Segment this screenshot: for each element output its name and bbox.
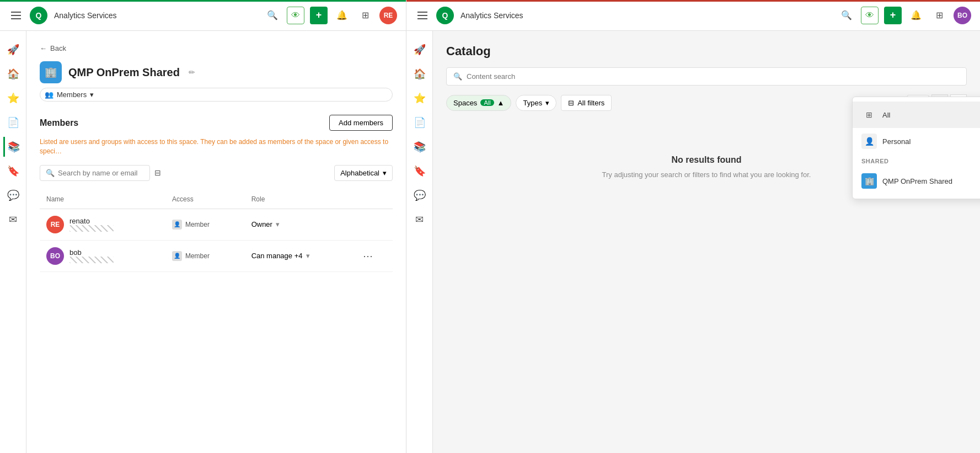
access-icon-bob: 👤 — [172, 251, 182, 261]
member-search-input[interactable] — [58, 169, 144, 177]
content-search-box[interactable]: 🔍 — [446, 67, 967, 86]
right-bell-button[interactable]: 🔔 — [907, 7, 925, 24]
all-filters-label: All filters — [577, 99, 604, 107]
member-more-button-bob[interactable]: ⋯ — [363, 250, 373, 262]
right-topbar-actions: 🔍 👁 + 🔔 ⊞ BO — [838, 7, 971, 24]
dropdown-item-all[interactable]: ⊞ All — [853, 102, 980, 128]
sidebar-icon-spaces[interactable]: 📚 — [3, 137, 23, 157]
member-filter-icon[interactable]: ⊟ — [154, 168, 161, 177]
dropdown-item-personal[interactable]: 👤 Personal — [853, 128, 980, 154]
space-edit-icon[interactable]: ✏ — [189, 68, 195, 77]
right-search-button[interactable]: 🔍 — [838, 7, 855, 24]
right-panel: Q Analytics Services 🔍 👁 + 🔔 ⊞ BO 🚀 🏠 ⭐ … — [406, 0, 980, 453]
col-role: Role — [245, 190, 357, 209]
content-search-icon: 🔍 — [453, 72, 462, 81]
left-sidebar: 🚀 🏠 ⭐ 📄 📚 🔖 💬 ✉ — [0, 31, 26, 453]
back-label: Back — [50, 44, 66, 52]
spaces-filter-button[interactable]: Spaces All ▲ — [446, 95, 511, 111]
catalog-title: Catalog — [446, 44, 967, 58]
members-tab-chevron: ▾ — [90, 90, 94, 99]
members-tab-label: Members — [57, 90, 87, 99]
qlik-logo-circle: Q — [30, 7, 47, 24]
sort-chevron-icon: ▾ — [383, 169, 387, 177]
sidebar-icon-star[interactable]: ⭐ — [3, 88, 23, 108]
left-eye-button[interactable]: 👁 — [287, 7, 304, 24]
role-dropdown-bob[interactable]: Can manage +4 ▾ — [251, 252, 350, 260]
dropdown-personal-label: Personal — [882, 137, 911, 146]
right-app-title: Analytics Services — [460, 11, 523, 20]
spaces-dropdown: ⊞ All 👤 Personal Shared 🏢 QMP OnPrem Sha… — [852, 97, 980, 199]
right-sidebar-catalog-icon[interactable]: 📄 — [410, 113, 430, 132]
right-hamburger-menu[interactable] — [415, 9, 430, 22]
role-chevron-renato: ▾ — [276, 220, 280, 228]
types-filter-label: Types — [523, 99, 542, 107]
dropdown-personal-icon: 👤 — [861, 134, 877, 149]
right-sidebar-star-icon[interactable]: ⭐ — [410, 88, 430, 108]
sidebar-icon-mail[interactable]: ✉ — [3, 210, 23, 230]
members-table: Name Access Role RE renato — [40, 190, 393, 272]
dropdown-all-label: All — [882, 111, 890, 119]
qlik-logo-right[interactable]: Q — [436, 7, 454, 24]
types-filter-button[interactable]: Types ▾ — [516, 95, 556, 111]
left-bell-button[interactable]: 🔔 — [333, 7, 351, 24]
sidebar-icon-home[interactable]: 🚀 — [3, 40, 23, 60]
role-dropdown-renato[interactable]: Owner ▾ — [251, 220, 350, 228]
member-actions-renato — [356, 209, 393, 240]
right-main-content: Catalog 🔍 Spaces All ▲ Types ▾ — [433, 31, 980, 453]
dropdown-item-qmp[interactable]: 🏢 QMP OnPrem Shared — [853, 168, 980, 194]
add-members-button[interactable]: Add members — [329, 115, 393, 131]
spaces-chevron-icon: ▲ — [497, 99, 505, 107]
sidebar-icon-catalog[interactable]: 📄 — [3, 113, 23, 132]
sidebar-icon-bookmarks[interactable]: 🔖 — [3, 161, 23, 181]
col-access: Access — [165, 190, 245, 209]
member-name-renato: renato — [69, 217, 114, 225]
space-title: QMP OnPrem Shared — [68, 66, 180, 79]
access-label-renato: Member — [185, 221, 210, 228]
left-app-title: Analytics Services — [54, 11, 117, 20]
hamburger-menu[interactable] — [9, 9, 23, 22]
back-button[interactable]: ← Back — [40, 44, 66, 52]
left-main-content: ← Back 🏢 QMP OnPrem Shared ✏ 👥 Members ▾… — [26, 31, 406, 453]
members-tab[interactable]: 👥 Members ▾ — [40, 88, 393, 102]
right-avatar[interactable]: BO — [954, 7, 971, 24]
space-header: 🏢 QMP OnPrem Shared ✏ — [40, 61, 393, 83]
right-sidebar-chat-icon[interactable]: 💬 — [410, 185, 430, 205]
member-role-renato: Owner ▾ — [245, 209, 357, 240]
member-avatar-bo: BO — [46, 247, 64, 265]
all-filters-button[interactable]: ⊟ All filters — [561, 95, 612, 111]
member-sort-dropdown[interactable]: Alphabetical ▾ — [334, 165, 393, 181]
left-topbar-accent — [0, 0, 406, 2]
search-filter-row: 🔍 ⊟ Alphabetical ▾ — [40, 165, 393, 181]
qlik-logo-left[interactable]: Q — [30, 7, 47, 24]
members-header: Members Add members — [40, 115, 393, 131]
left-topbar: Q Analytics Services 🔍 👁 + 🔔 ⊞ RE — [0, 0, 406, 31]
access-label-bob: Member — [185, 252, 210, 260]
back-arrow-icon: ← — [40, 44, 47, 52]
spaces-filter-badge: All — [480, 99, 494, 106]
left-add-button[interactable]: + — [310, 7, 328, 24]
member-name-bob: bob — [69, 248, 114, 257]
right-sidebar-home-icon[interactable]: 🚀 — [410, 40, 430, 60]
left-avatar[interactable]: RE — [379, 7, 397, 24]
member-search-box[interactable]: 🔍 — [40, 165, 150, 181]
member-role-bob: Can manage +4 ▾ — [245, 240, 357, 271]
sidebar-icon-chat[interactable]: 💬 — [3, 185, 23, 205]
member-avatar-re: RE — [46, 216, 64, 233]
right-sidebar-bookmarks-icon[interactable]: 🔖 — [410, 161, 430, 181]
right-grid-button[interactable]: ⊞ — [930, 7, 948, 24]
right-add-button[interactable]: + — [884, 7, 902, 24]
member-access-renato: 👤 Member — [165, 209, 245, 240]
right-sidebar-mail-icon[interactable]: ✉ — [410, 210, 430, 230]
right-sidebar-dashboard-icon[interactable]: 🏠 — [410, 64, 430, 84]
table-row: BO bob 👤 Member — [40, 240, 393, 271]
sidebar-icon-dashboard[interactable]: 🏠 — [3, 64, 23, 84]
types-chevron-icon: ▾ — [545, 99, 549, 107]
content-search-input[interactable] — [467, 72, 960, 81]
left-search-button[interactable]: 🔍 — [264, 7, 281, 24]
member-actions-bob: ⋯ — [356, 240, 393, 271]
right-eye-button[interactable]: 👁 — [861, 7, 879, 24]
left-grid-button[interactable]: ⊞ — [356, 7, 374, 24]
dropdown-all-icon: ⊞ — [861, 107, 877, 122]
member-name-cell: RE renato — [40, 209, 165, 240]
right-sidebar-spaces-icon[interactable]: 📚 — [410, 137, 430, 157]
